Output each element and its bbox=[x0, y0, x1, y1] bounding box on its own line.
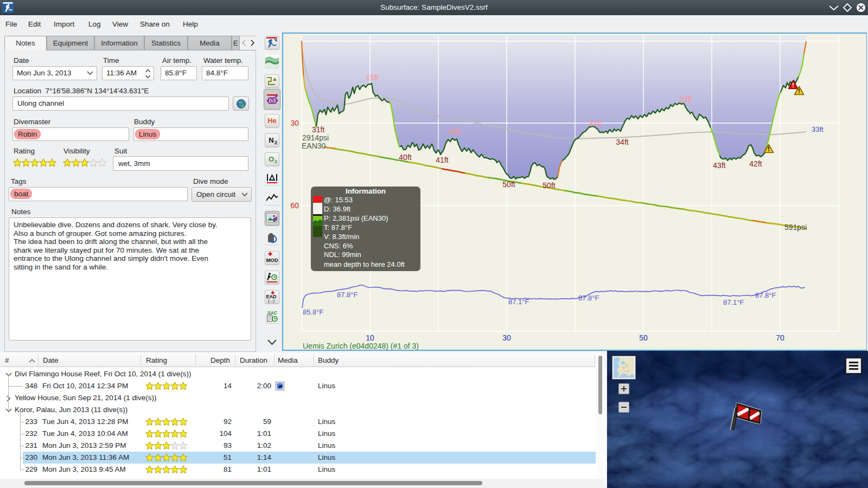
svg-text:85.8°F: 85.8°F bbox=[303, 308, 324, 316]
svg-text:15ft: 15ft bbox=[366, 73, 378, 82]
svg-text:42ft: 42ft bbox=[749, 159, 762, 168]
svg-text:31ft: 31ft bbox=[312, 125, 324, 134]
svg-text:Uemis Zurich (e04d0248) (#1 of: Uemis Zurich (e04d0248) (#1 of 3) bbox=[303, 342, 419, 350]
svg-text:31ft: 31ft bbox=[589, 119, 601, 128]
svg-text:60: 60 bbox=[290, 201, 299, 210]
svg-text:30: 30 bbox=[290, 119, 299, 127]
svg-text:43ft: 43ft bbox=[713, 161, 725, 170]
svg-text:70: 70 bbox=[776, 333, 784, 342]
svg-text:10: 10 bbox=[366, 333, 374, 342]
svg-text:87.1°F: 87.1°F bbox=[723, 298, 744, 306]
svg-text:NDL: 99min: NDL: 99min bbox=[324, 251, 361, 259]
svg-text:33ft: 33ft bbox=[812, 125, 824, 133]
svg-text:591psi: 591psi bbox=[784, 223, 807, 232]
svg-text:50: 50 bbox=[639, 333, 648, 342]
svg-text:2914psi: 2914psi bbox=[302, 133, 329, 142]
svg-text:V: 8.3ft/min: V: 8.3ft/min bbox=[324, 233, 359, 241]
svg-text:2: 2 bbox=[275, 140, 277, 145]
svg-text:(...): (...) bbox=[268, 298, 275, 303]
svg-text:Information: Information bbox=[346, 187, 386, 195]
svg-text:@: 15:53: @: 15:53 bbox=[324, 196, 353, 204]
svg-text:50ft: 50ft bbox=[542, 181, 555, 190]
svg-text:87.1°F: 87.1°F bbox=[508, 298, 529, 306]
svg-text:2: 2 bbox=[275, 159, 277, 164]
svg-text:35ft: 35ft bbox=[448, 127, 461, 136]
svg-text:87.8°F: 87.8°F bbox=[755, 291, 776, 299]
svg-text:D: 36.9ft: D: 36.9ft bbox=[324, 205, 351, 213]
svg-text:23ft: 23ft bbox=[679, 95, 692, 104]
svg-text:MOD: MOD bbox=[266, 257, 278, 263]
svg-text:87.8°F: 87.8°F bbox=[337, 291, 358, 299]
svg-text:50ft: 50ft bbox=[502, 180, 515, 189]
svg-text:CNS: 6%: CNS: 6% bbox=[324, 242, 353, 250]
svg-text:He: He bbox=[267, 117, 277, 125]
svg-text:87.8°F: 87.8°F bbox=[578, 294, 599, 302]
svg-text:40ft: 40ft bbox=[399, 153, 411, 162]
svg-text:EAN30: EAN30 bbox=[302, 142, 326, 150]
svg-text:41ft: 41ft bbox=[436, 156, 448, 164]
svg-text:34ft: 34ft bbox=[616, 138, 628, 146]
svg-text:O: O bbox=[269, 155, 274, 163]
svg-text:30: 30 bbox=[502, 333, 511, 342]
svg-text:mean depth to here 24.0ft: mean depth to here 24.0ft bbox=[324, 260, 405, 268]
svg-text:T: 87.8°F: T: 87.8°F bbox=[324, 223, 352, 232]
svg-text:P: 2,381psi (EAN30): P: 2,381psi (EAN30) bbox=[324, 214, 388, 222]
svg-text:N: N bbox=[269, 136, 273, 144]
